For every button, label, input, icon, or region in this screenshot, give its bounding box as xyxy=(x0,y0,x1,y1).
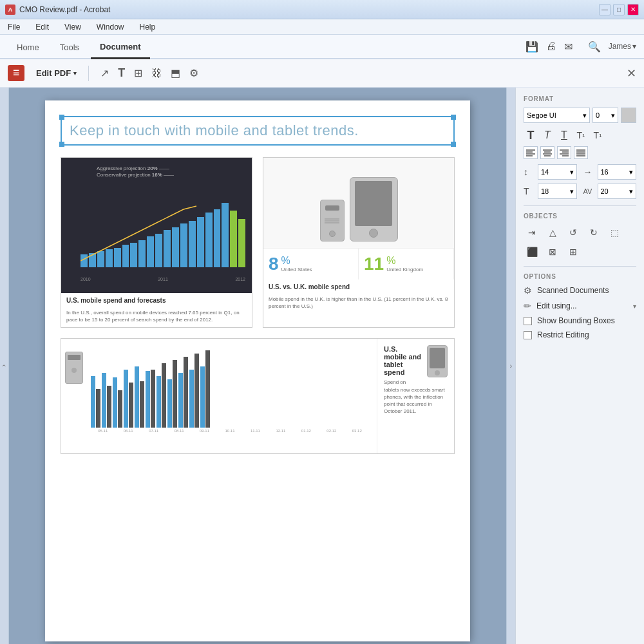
tablet-device xyxy=(350,177,398,242)
italic-text-btn[interactable]: T xyxy=(540,128,554,142)
bar-20 xyxy=(238,219,245,267)
bar-14 xyxy=(189,221,196,267)
bottom-chart-side: U.S. mobile and tablet spend Spend on ta… xyxy=(377,339,454,453)
scanned-docs-gear-icon: ⚙ xyxy=(524,285,532,296)
window-title: CMO Review.pdf - Acrobat xyxy=(19,5,110,14)
subscript-btn[interactable]: T1 xyxy=(591,128,605,142)
document-heading-text: Keep in touch with mobile and tablet tre… xyxy=(70,122,446,139)
font-select[interactable]: Segoe UI ▾ xyxy=(524,108,590,123)
email-icon[interactable]: ✉ xyxy=(564,41,573,53)
bold-text-btn[interactable]: T xyxy=(524,128,538,142)
bar-11 xyxy=(164,230,171,267)
edit-pdf-button[interactable]: Edit PDF ▾ xyxy=(36,68,77,78)
bar-3 xyxy=(97,251,104,267)
x-label-0212: 02.12 xyxy=(319,429,343,433)
phone-device xyxy=(320,200,345,242)
menu-window[interactable]: Window xyxy=(94,21,127,33)
obj-send-back-icon[interactable]: ⬚ xyxy=(606,225,623,240)
align-row xyxy=(524,146,636,159)
document-heading-selected[interactable]: Keep in touch with mobile and tablet tre… xyxy=(61,116,455,146)
tab-home[interactable]: Home xyxy=(8,36,48,59)
toolbar-link-icon[interactable]: ⛓ xyxy=(151,68,162,79)
superscript-btn[interactable]: T1 xyxy=(574,128,588,142)
menu-bar: File Edit View Window Help xyxy=(0,19,644,35)
scanned-docs-label: Scanned Documents xyxy=(537,286,609,295)
font-size-select[interactable]: 0 ▾ xyxy=(592,108,618,123)
bounding-boxes-option[interactable]: Show Bounding Boxes xyxy=(524,316,636,325)
maximize-button[interactable]: □ xyxy=(613,4,625,15)
charts-row: Aggressive projection 20% —— Conservativ… xyxy=(61,157,455,328)
bar-bl-2 xyxy=(102,373,106,428)
bar-18 xyxy=(222,203,229,267)
chart-legend-aggressive: Aggressive projection 20% —— xyxy=(97,166,169,171)
x-label-0911: 09.11 xyxy=(193,429,216,433)
bar-group-8 xyxy=(167,360,177,428)
left-collapse-tab[interactable]: ‹ xyxy=(0,88,9,644)
align-left-btn[interactable] xyxy=(524,146,538,159)
x-label-0112: 01.12 xyxy=(294,429,318,433)
left-chart-box: Aggressive projection 20% —— Conservativ… xyxy=(61,157,252,328)
x-label-0511: 05.11 xyxy=(91,429,115,433)
bottom-phone-screen xyxy=(68,355,80,360)
align-justify-btn[interactable] xyxy=(574,146,588,159)
selection-corner-bl xyxy=(59,142,64,147)
print-icon[interactable]: 🖨 xyxy=(546,41,556,52)
obj-crop-icon[interactable]: ⊠ xyxy=(544,244,561,260)
toolbar-image-icon[interactable]: ⊞ xyxy=(134,67,142,79)
phone-home-btn xyxy=(329,231,336,237)
bounding-boxes-checkbox[interactable] xyxy=(524,317,532,325)
close-button[interactable]: ✕ xyxy=(627,4,639,15)
x-label-1111: 11.11 xyxy=(243,429,267,433)
toolbar-settings-icon[interactable]: ⚙ xyxy=(189,67,198,79)
user-menu[interactable]: James ▾ xyxy=(609,42,636,51)
bar-9 xyxy=(147,236,154,267)
align-right-btn[interactable] xyxy=(557,146,571,159)
bar-4 xyxy=(106,249,113,267)
bar-8 xyxy=(138,240,146,267)
menu-help[interactable]: Help xyxy=(137,21,158,33)
obj-rotate-right-icon[interactable]: ↻ xyxy=(585,225,602,240)
bar-bl-3 xyxy=(113,377,117,428)
search-icon[interactable]: 🔍 xyxy=(588,41,601,53)
restrict-editing-checkbox[interactable] xyxy=(524,331,532,339)
line-spacing-field1[interactable]: 14 ▾ xyxy=(538,164,577,180)
menu-file[interactable]: File xyxy=(5,21,23,33)
tab-document[interactable]: Document xyxy=(91,36,150,59)
edit-using-pencil-icon: ✏ xyxy=(524,301,531,311)
objects-icons-row-2: ⬛ ⊠ ⊞ xyxy=(524,244,636,260)
font-color-swatch[interactable] xyxy=(621,108,636,123)
underline-text-btn[interactable]: T xyxy=(557,128,571,142)
bottom-chart-box: 05.11 06.11 07.11 08.11 09.11 10.11 11.1… xyxy=(61,338,455,454)
restrict-editing-option[interactable]: Restrict Editing xyxy=(524,330,636,339)
obj-group-icon[interactable]: ⬛ xyxy=(524,244,540,260)
panel-divider-1 xyxy=(524,205,636,206)
line-spacing-field2[interactable]: 16 ▾ xyxy=(598,164,637,180)
obj-rotate-left-icon[interactable]: ↺ xyxy=(565,225,582,240)
align-center-btn[interactable] xyxy=(540,146,554,159)
obj-flip-icon[interactable]: ⇥ xyxy=(524,225,540,240)
toolbar-brand-icon: ☰ xyxy=(8,65,24,81)
toolbar-text-icon[interactable]: T xyxy=(118,66,125,80)
tab-tools[interactable]: Tools xyxy=(51,36,88,59)
menu-edit[interactable]: Edit xyxy=(33,21,52,33)
tablet-home-btn xyxy=(369,229,378,238)
track-spacing-field1[interactable]: 18 ▾ xyxy=(538,184,577,199)
app-icon: A xyxy=(5,5,15,15)
toolbar-close-button[interactable]: ✕ xyxy=(627,66,636,80)
minimize-button[interactable]: — xyxy=(599,4,611,15)
obj-image-icon[interactable]: ⊞ xyxy=(565,244,582,260)
bar-bd-5 xyxy=(140,381,144,428)
menu-view[interactable]: View xyxy=(62,21,84,33)
nav-actions: 💾 🖨 ✉ 🔍 James ▾ xyxy=(526,41,636,53)
obj-triangle-icon[interactable]: △ xyxy=(544,225,561,240)
scanned-docs-option[interactable]: ⚙ Scanned Documents xyxy=(524,285,636,296)
toolbar-crop-icon[interactable]: ⬒ xyxy=(171,67,180,79)
bar-bd-6 xyxy=(151,370,155,428)
x-label-2010: 2010 xyxy=(80,277,91,281)
edit-using-option[interactable]: ✏ Edit using... ▾ xyxy=(524,301,636,311)
track-spacing-field2[interactable]: 20 ▾ xyxy=(598,184,637,199)
save-icon[interactable]: 💾 xyxy=(526,41,538,53)
line-spacing-icon: ↕ xyxy=(524,167,534,177)
right-collapse-tab[interactable]: › xyxy=(506,88,515,644)
toolbar-add-text-icon[interactable]: ↗ xyxy=(100,67,109,79)
